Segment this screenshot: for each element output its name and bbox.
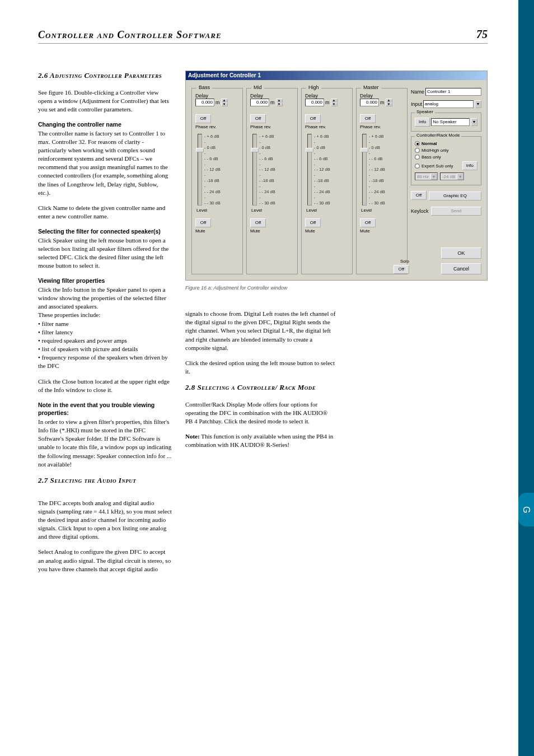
slope-select: -24 dB▼ bbox=[440, 172, 465, 180]
page-content: Controller and Controller Software 75 2.… bbox=[0, 0, 518, 603]
body-text: Click Name to delete the given controlle… bbox=[38, 204, 172, 221]
mute-off-button[interactable]: Off bbox=[250, 218, 266, 227]
channel-high: HighDelay0.000m▲▼OffPhase rev.- + 6 dB--… bbox=[301, 88, 353, 274]
graphic-eq-button[interactable]: Graphic EQ bbox=[429, 192, 481, 200]
figure-caption: Figure 16 a: Adjustment for Controller w… bbox=[185, 285, 488, 291]
speaker-select[interactable]: No Speaker bbox=[431, 118, 470, 126]
radio-midhigh[interactable] bbox=[415, 148, 420, 153]
window-titlebar: Adjustment for Controller 1 bbox=[186, 71, 487, 80]
body-text: signals to choose from. Digital Left rou… bbox=[185, 310, 336, 352]
slider-ticks: - + 6 dB-- 0 dB-- - 6 dB-- - 12 dB-- -18… bbox=[314, 134, 330, 206]
phase-label: Phase rev. bbox=[360, 124, 404, 129]
geq-off-button[interactable]: Off bbox=[411, 191, 427, 200]
chevron-down-icon[interactable]: ▼ bbox=[276, 102, 283, 106]
delay-input[interactable]: 0.000 bbox=[250, 99, 269, 106]
delay-label: Delay bbox=[305, 93, 349, 99]
chevron-down-icon[interactable]: ▼ bbox=[475, 100, 481, 108]
channel-master: MasterDelay0.000m▲▼OffPhase rev.- + 6 dB… bbox=[356, 88, 407, 274]
spinner[interactable]: ▲▼ bbox=[386, 99, 392, 106]
right-bar bbox=[518, 0, 534, 756]
right-panel: Name Controller 1 Input analog ▼ Speaker bbox=[411, 88, 481, 274]
body-text: Note: This function is only available wh… bbox=[185, 432, 336, 449]
level-label: Level bbox=[361, 208, 404, 213]
mute-label: Mute bbox=[360, 228, 404, 234]
center-column-text: signals to choose from. Digital Left rou… bbox=[185, 310, 336, 450]
chevron-up-icon[interactable]: ▲ bbox=[331, 99, 338, 102]
delay-input[interactable]: 0.000 bbox=[195, 99, 214, 106]
chevron-down-icon[interactable]: ▼ bbox=[221, 102, 228, 106]
group-legend: Controller/Rack Mode bbox=[415, 133, 461, 138]
cancel-button[interactable]: Cancel bbox=[441, 263, 481, 274]
send-button[interactable]: Send bbox=[431, 207, 481, 216]
section-2-6-heading: 2.6 Adjusting Controller Parameters bbox=[38, 71, 172, 81]
spinner[interactable]: ▲▼ bbox=[331, 99, 338, 106]
subheading: Note in the event that you trouble viewi… bbox=[38, 401, 172, 417]
spinner[interactable]: ▲▼ bbox=[276, 99, 283, 106]
mute-off-button[interactable]: Off bbox=[360, 218, 376, 227]
delay-input[interactable]: 0.000 bbox=[360, 99, 379, 106]
list-item: filter name bbox=[38, 320, 172, 328]
radio-label: Bass only bbox=[421, 155, 441, 160]
chevron-up-icon[interactable]: ▲ bbox=[386, 99, 392, 102]
radio-normal[interactable] bbox=[415, 141, 420, 146]
channel-legend: Mid bbox=[251, 85, 264, 90]
freq-select: 80 Hz▼ bbox=[415, 172, 438, 180]
level-label: Level bbox=[251, 208, 294, 213]
list-item: list of speakers with picture and detail… bbox=[38, 345, 172, 353]
left-column: 2.6 Adjusting Controller Parameters See … bbox=[38, 71, 172, 580]
solo-label: Solo bbox=[400, 259, 409, 264]
radio-label: Mid/High only bbox=[421, 148, 448, 153]
radio-bass[interactable] bbox=[415, 155, 420, 160]
chevron-down-icon[interactable]: ▼ bbox=[386, 102, 392, 106]
body-text: Select Analog to configure the given DFC… bbox=[38, 548, 172, 573]
delay-unit: m bbox=[270, 100, 275, 105]
list-item: filter latency bbox=[38, 328, 172, 337]
channel-legend: High bbox=[306, 85, 321, 90]
slider-thumb[interactable] bbox=[251, 148, 259, 152]
level-slider[interactable] bbox=[198, 134, 202, 206]
solo-button[interactable]: Off bbox=[394, 265, 409, 274]
phase-label: Phase rev. bbox=[305, 124, 349, 129]
mute-off-button[interactable]: Off bbox=[305, 218, 321, 227]
controller-name-input[interactable]: Controller 1 bbox=[425, 88, 481, 96]
chevron-up-icon[interactable]: ▲ bbox=[276, 99, 283, 102]
level-slider[interactable] bbox=[362, 134, 367, 206]
chevron-down-icon[interactable]: ▼ bbox=[331, 102, 338, 106]
radio-expert[interactable] bbox=[415, 164, 420, 169]
slider-thumb[interactable] bbox=[360, 148, 368, 152]
body-text: In order to view a given filter's proper… bbox=[38, 418, 172, 469]
list-item: required speakers and power amps bbox=[38, 337, 172, 345]
mode-group: Controller/Rack Mode Normal Mid/High onl… bbox=[411, 136, 481, 185]
phase-off-button[interactable]: Off bbox=[360, 114, 376, 123]
level-slider[interactable] bbox=[307, 134, 312, 206]
phase-off-button[interactable]: Off bbox=[195, 114, 211, 123]
section-tab: G bbox=[518, 493, 534, 526]
slider-thumb[interactable] bbox=[196, 148, 204, 152]
subheading: Changing the controller name bbox=[38, 120, 172, 128]
channel-legend: Master bbox=[361, 85, 381, 90]
body-text: See figure 16. Double-clicking a Control… bbox=[38, 88, 172, 114]
speaker-info-button[interactable]: Info bbox=[415, 118, 430, 127]
right-column: Adjustment for Controller 1 BassDelay0.0… bbox=[185, 71, 488, 580]
adjustment-window: Adjustment for Controller 1 BassDelay0.0… bbox=[185, 71, 488, 281]
mode-info-button[interactable]: Info bbox=[462, 161, 477, 170]
body-text: Click the Close button located at the up… bbox=[38, 377, 172, 394]
chevron-down-icon[interactable]: ▼ bbox=[471, 118, 477, 126]
slider-ticks: - + 6 dB-- 0 dB-- - 6 dB-- - 12 dB-- -18… bbox=[259, 134, 275, 206]
chevron-up-icon[interactable]: ▲ bbox=[221, 99, 228, 102]
mute-off-button[interactable]: Off bbox=[195, 218, 211, 227]
ok-button[interactable]: OK bbox=[441, 248, 481, 259]
name-label: Name bbox=[411, 89, 424, 95]
delay-input[interactable]: 0.000 bbox=[305, 99, 324, 106]
phase-off-button[interactable]: Off bbox=[305, 114, 321, 123]
channel-bass: BassDelay0.000m▲▼OffPhase rev.- + 6 dB--… bbox=[191, 88, 243, 274]
phase-off-button[interactable]: Off bbox=[250, 114, 266, 123]
level-slider[interactable] bbox=[252, 134, 257, 206]
input-select[interactable]: analog bbox=[423, 100, 474, 108]
body-text: Click the desired option using the left … bbox=[185, 359, 336, 376]
slider-thumb[interactable] bbox=[306, 148, 313, 152]
radio-label: Expert Sub only bbox=[421, 164, 453, 169]
spinner[interactable]: ▲▼ bbox=[221, 99, 228, 106]
section-2-8-heading: 2.8 Selecting a Controller/ Rack Mode bbox=[185, 382, 336, 393]
figure-16a: Adjustment for Controller 1 BassDelay0.0… bbox=[185, 71, 488, 291]
